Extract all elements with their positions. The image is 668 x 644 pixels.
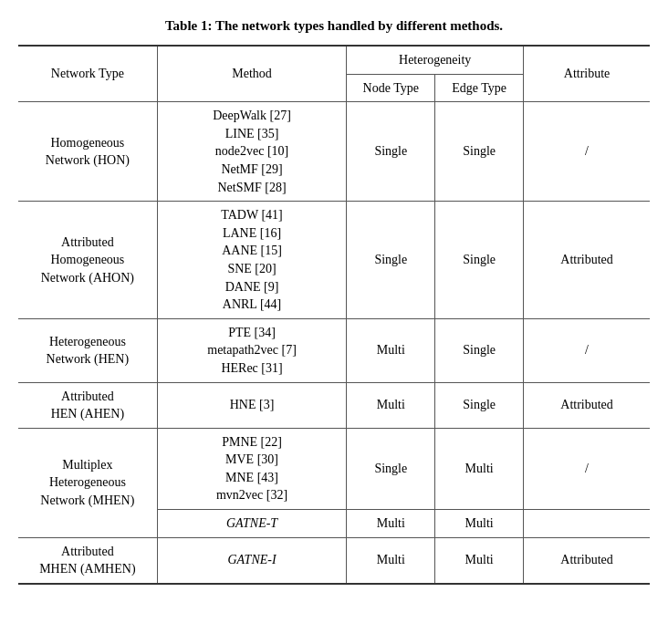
method-cell: TADW [41] LANE [16] AANE [15] SNE [20] D…: [157, 202, 347, 319]
table-row: Homogeneous Network (HON) DeepWalk [27] …: [18, 102, 650, 202]
network-type-cell: Homogeneous Network (HON): [18, 102, 157, 202]
method-cell: PTE [34] metapath2vec [7] HERec [31]: [157, 318, 347, 382]
edge-type-cell: Single: [435, 318, 524, 382]
node-type-cell: Single: [347, 202, 435, 319]
method-cell: DeepWalk [27] LINE [35] node2vec [10] Ne…: [157, 102, 347, 202]
table-row: Attributed MHEN (AMHEN) GATNE-I Multi Mu…: [18, 537, 650, 584]
table-row: Multiplex Heterogeneous Network (MHEN) P…: [18, 428, 650, 509]
node-type-cell: Multi: [347, 382, 435, 428]
table-row: Attributed HEN (AHEN) HNE [3] Multi Sing…: [18, 382, 650, 428]
page-container: Table 1: The network types handled by di…: [18, 18, 650, 585]
attribute-cell: Attributed: [524, 382, 650, 428]
node-type-cell: Multi: [347, 318, 435, 382]
network-type-cell: Multiplex Heterogeneous Network (MHEN): [18, 428, 157, 537]
attribute-cell: /: [524, 102, 650, 202]
col-header-heterogeneity: Heterogeneity: [347, 46, 524, 74]
method-cell: HNE [3]: [157, 382, 347, 428]
edge-type-cell: Single: [435, 202, 524, 319]
main-table: Network Type Method Heterogeneity Attrib…: [18, 45, 650, 585]
node-type-cell: Multi: [347, 510, 435, 538]
attribute-cell: Attributed: [524, 202, 650, 319]
header-row-main: Network Type Method Heterogeneity Attrib…: [18, 46, 650, 74]
table-row: Attributed Homogeneous Network (AHON) TA…: [18, 202, 650, 319]
attribute-cell: /: [524, 428, 650, 509]
node-type-cell: Single: [347, 102, 435, 202]
table-row: Heterogeneous Network (HEN) PTE [34] met…: [18, 318, 650, 382]
node-type-cell: Multi: [347, 537, 435, 584]
edge-type-cell: Single: [435, 102, 524, 202]
edge-type-cell: Multi: [435, 428, 524, 509]
network-type-cell: Attributed Homogeneous Network (AHON): [18, 202, 157, 319]
network-type-cell: Heterogeneous Network (HEN): [18, 318, 157, 382]
method-cell: PMNE [22] MVE [30] MNE [43] mvn2vec [32]: [157, 428, 347, 509]
node-type-cell: Single: [347, 428, 435, 509]
edge-type-cell: Single: [435, 382, 524, 428]
attribute-cell: Attributed: [524, 537, 650, 584]
col-header-network: Network Type: [18, 46, 157, 102]
attribute-cell: [524, 510, 650, 538]
edge-type-cell: Multi: [435, 510, 524, 538]
method-cell: GATNE-I: [157, 537, 347, 584]
col-header-attribute: Attribute: [524, 46, 650, 102]
col-header-edge-type: Edge Type: [435, 74, 524, 102]
method-cell-italic: GATNE-T: [157, 510, 347, 538]
col-header-method: Method: [157, 46, 347, 102]
edge-type-cell: Multi: [435, 537, 524, 584]
table-title: Table 1: The network types handled by di…: [18, 18, 650, 34]
network-type-cell: Attributed HEN (AHEN): [18, 382, 157, 428]
col-header-node-type: Node Type: [347, 74, 435, 102]
network-type-cell: Attributed MHEN (AMHEN): [18, 537, 157, 584]
attribute-cell: /: [524, 318, 650, 382]
